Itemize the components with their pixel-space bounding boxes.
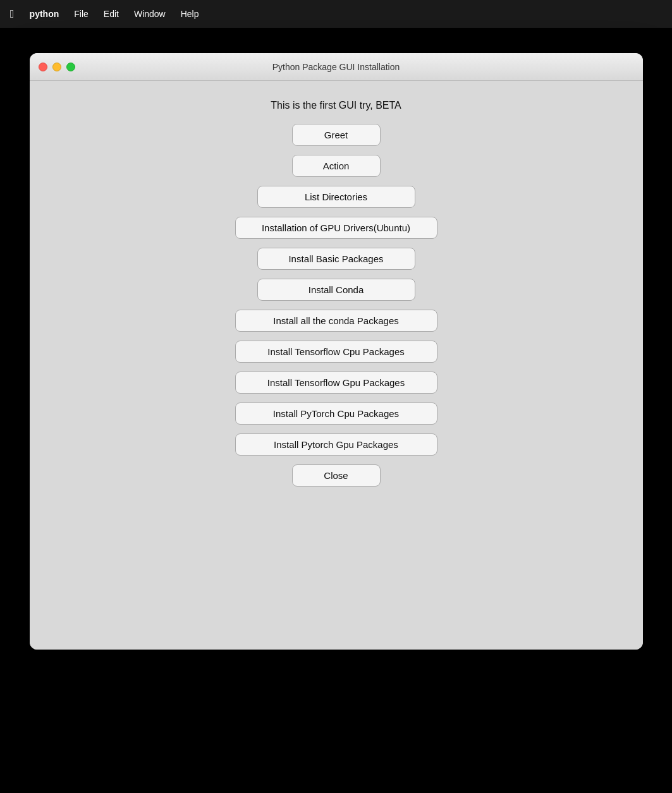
action-button[interactable]: Action	[292, 155, 381, 177]
traffic-lights	[39, 63, 75, 71]
menubar-edit[interactable]: Edit	[104, 9, 119, 19]
menubar-file[interactable]: File	[74, 9, 89, 19]
window-content: This is the first GUI try, BETA Greet Ac…	[30, 81, 643, 650]
window-title: Python Package GUI Installation	[272, 62, 400, 72]
install-pytorch-gpu-button[interactable]: Install Pytorch Gpu Packages	[235, 433, 437, 456]
desktop: Python Package GUI Installation This is …	[0, 28, 672, 793]
menubar-help[interactable]: Help	[181, 9, 199, 19]
app-window: Python Package GUI Installation This is …	[30, 53, 643, 650]
menubar-window[interactable]: Window	[134, 9, 166, 19]
install-tensorflow-gpu-button[interactable]: Install Tensorflow Gpu Packages	[235, 372, 437, 394]
install-tensorflow-cpu-button[interactable]: Install Tensorflow Cpu Packages	[235, 341, 437, 363]
install-gpu-drivers-button[interactable]: Installation of GPU Drivers(Ubuntu)	[235, 217, 437, 239]
titlebar: Python Package GUI Installation	[30, 53, 643, 81]
close-window-button[interactable]	[39, 63, 47, 71]
apple-icon[interactable]: 	[10, 8, 15, 21]
maximize-window-button[interactable]	[66, 63, 75, 71]
install-conda-packages-button[interactable]: Install all the conda Packages	[235, 310, 437, 332]
menubar-python[interactable]: python	[30, 9, 59, 19]
subtitle-text: This is the first GUI try, BETA	[271, 100, 401, 111]
menubar:  python File Edit Window Help	[0, 0, 672, 28]
install-conda-button[interactable]: Install Conda	[257, 279, 415, 301]
greet-button[interactable]: Greet	[292, 124, 381, 146]
install-pytorch-cpu-button[interactable]: Install PyTorch Cpu Packages	[235, 403, 437, 425]
close-app-button[interactable]: Close	[292, 464, 381, 487]
install-basic-packages-button[interactable]: Install Basic Packages	[257, 248, 415, 270]
list-directories-button[interactable]: List Directories	[257, 186, 415, 208]
minimize-window-button[interactable]	[52, 63, 61, 71]
